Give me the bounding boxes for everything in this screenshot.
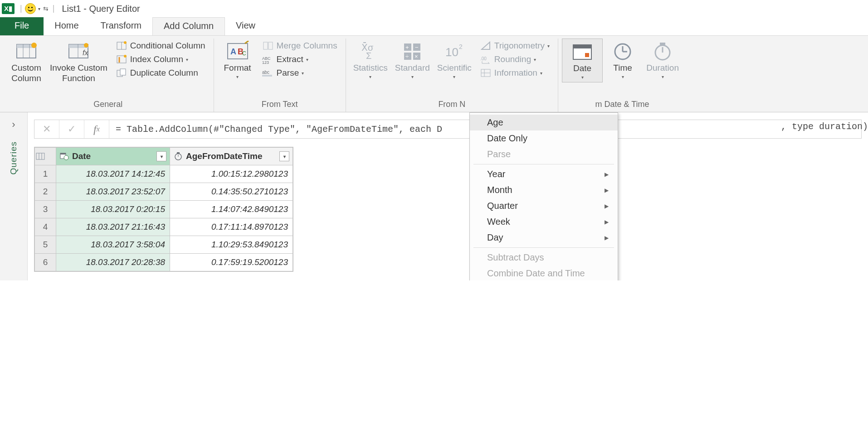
standard-button[interactable]: +−÷× Standard (391, 39, 434, 82)
row-number[interactable]: 5 (35, 236, 56, 254)
row-number[interactable]: 4 (35, 218, 56, 236)
trigonometry-label: Trigonometry (494, 41, 545, 51)
standard-label: Standard (395, 63, 430, 73)
parse-icon: abc (262, 68, 274, 78)
row-number[interactable]: 6 (35, 254, 56, 271)
formula-tail-text: , type duration) (781, 121, 868, 132)
ribbon-group-label-from-datetime: m Date & Time (562, 98, 683, 112)
tab-transform[interactable]: Transform (90, 17, 152, 35)
format-button[interactable]: ABC Format (218, 39, 258, 82)
cell-age[interactable]: 1.14:07:42.8490123 (170, 201, 293, 218)
formula-bar: ✕ ✓ fx = Table.AddColumn(#"Changed Type"… (34, 120, 862, 139)
index-column-icon (116, 54, 127, 64)
ribbon-group-from-number: X̄σΣ Statistics +−÷× Standard 102 Scient… (346, 39, 558, 112)
queries-pane-label: Queries (9, 141, 19, 175)
formula-commit-button[interactable]: ✓ (59, 120, 84, 138)
cell-age[interactable]: 0.14:35:50.2710123 (170, 183, 293, 201)
column-header-age[interactable]: AgeFromDateTime ▾ (170, 148, 293, 165)
tab-file[interactable]: File (0, 17, 44, 35)
time-button[interactable]: Time (603, 39, 643, 82)
svg-text:2: 2 (459, 43, 463, 50)
menu-item-parse: Parse (470, 146, 618, 162)
ribbon-group-label-from-number: From N (350, 98, 554, 112)
svg-text:fx: fx (83, 49, 88, 57)
cell-date[interactable]: 18.03.2017 0:20:15 (56, 201, 170, 218)
rounding-button[interactable]: .00 Rounding ▾ (478, 53, 551, 66)
queries-pane-collapsed[interactable]: › Queries (0, 112, 28, 280)
invoke-custom-function-icon: fx (67, 40, 90, 62)
main-area: ✕ ✓ fx = Table.AddColumn(#"Changed Type"… (28, 112, 868, 280)
column-header-date-label: Date (72, 151, 91, 161)
menu-item-label: Year (487, 169, 505, 179)
index-column-button[interactable]: Index Column ▾ (114, 53, 207, 66)
formula-cancel-button[interactable]: ✕ (34, 120, 59, 138)
menu-item-day[interactable]: Day▶ (470, 230, 618, 246)
trigonometry-button[interactable]: Trigonometry ▾ (478, 39, 551, 52)
cell-date[interactable]: 18.03.2017 20:28:38 (56, 254, 170, 271)
cell-date[interactable]: 18.03.2017 21:16:43 (56, 218, 170, 236)
row-number[interactable]: 1 (35, 165, 56, 183)
statistics-label: Statistics (353, 63, 388, 73)
row-number[interactable]: 3 (35, 201, 56, 218)
menu-item-label: Week (487, 217, 510, 227)
row-number[interactable]: 2 (35, 183, 56, 201)
scientific-button[interactable]: 102 Scientific (434, 39, 475, 82)
dropdown-caret-icon: ▾ (306, 57, 308, 62)
ribbon-tabs: File Home Transform Add Column View (0, 17, 868, 35)
menu-item-month[interactable]: Month▶ (470, 182, 618, 198)
date-button[interactable]: Date (562, 39, 603, 82)
tab-home[interactable]: Home (44, 17, 89, 35)
column-filter-dropdown[interactable]: ▾ (279, 151, 289, 161)
merge-columns-button[interactable]: Merge Columns (260, 39, 339, 52)
duration-button[interactable]: Duration (643, 39, 683, 82)
scientific-icon: 102 (443, 40, 466, 62)
cell-age[interactable]: 1.10:29:53.8490123 (170, 236, 293, 254)
svg-rect-52 (660, 43, 665, 45)
tab-view[interactable]: View (225, 17, 266, 35)
chevron-right-icon[interactable]: › (12, 119, 15, 130)
svg-point-14 (124, 55, 127, 58)
cell-age[interactable]: 1.00:15:12.2980123 (170, 165, 293, 183)
menu-item-label: Age (487, 117, 503, 128)
qat-customize-icon[interactable]: ⇆ (43, 5, 49, 12)
extract-button[interactable]: ABC123 Extract ▾ (260, 53, 339, 66)
menu-item-date-only[interactable]: Date Only (470, 130, 618, 146)
svg-rect-16 (120, 69, 126, 75)
svg-text:abc: abc (262, 70, 269, 75)
svg-rect-58 (60, 153, 66, 154)
cell-date[interactable]: 18.03.2017 14:12:45 (56, 165, 170, 183)
dropdown-caret-icon: ▾ (302, 71, 304, 76)
invoke-custom-function-button[interactable]: fx Invoke Custom Function (46, 39, 111, 86)
cell-date[interactable]: 18.03.2017 3:58:04 (56, 236, 170, 254)
data-grid: Date ▾ AgeFromDat (34, 147, 293, 272)
tab-add-column[interactable]: Add Column (152, 17, 225, 35)
invoke-custom-function-label: Invoke Custom Function (50, 63, 107, 84)
statistics-button[interactable]: X̄σΣ Statistics (350, 39, 391, 82)
conditional-column-icon (116, 41, 127, 51)
grid-corner[interactable] (35, 148, 56, 165)
menu-item-year[interactable]: Year▶ (470, 166, 618, 182)
conditional-column-button[interactable]: Conditional Column (114, 39, 207, 52)
duplicate-column-button[interactable]: Duplicate Column (114, 67, 207, 79)
svg-rect-27 (262, 75, 272, 77)
svg-text:.00: .00 (480, 56, 487, 61)
smiley-icon[interactable] (25, 3, 36, 14)
qat-dropdown-icon[interactable]: ▾ (38, 6, 40, 11)
title-bar: X▮ | ▾ ⇆ | List1 - Query Editor (0, 0, 868, 17)
information-button[interactable]: Information ▾ (478, 67, 551, 79)
cell-age[interactable]: 0.17:59:19.5200123 (170, 254, 293, 271)
parse-button[interactable]: abc Parse ▾ (260, 67, 339, 79)
column-filter-dropdown[interactable]: ▾ (156, 151, 166, 161)
svg-rect-47 (585, 53, 589, 57)
menu-item-quarter[interactable]: Quarter▶ (470, 198, 618, 214)
date-dropdown-menu: AgeDate OnlyParseYear▶Month▶Quarter▶Week… (469, 112, 618, 280)
svg-text:Σ: Σ (366, 51, 371, 61)
column-header-date[interactable]: Date ▾ (56, 148, 170, 165)
svg-rect-61 (177, 152, 180, 154)
custom-column-button[interactable]: Custom Column (6, 39, 46, 86)
cell-date[interactable]: 18.03.2017 23:52:07 (56, 183, 170, 201)
cell-age[interactable]: 0.17:11:14.8970123 (170, 218, 293, 236)
menu-item-week[interactable]: Week▶ (470, 214, 618, 230)
menu-item-label: Month (487, 185, 512, 195)
menu-item-age[interactable]: Age (470, 115, 618, 130)
